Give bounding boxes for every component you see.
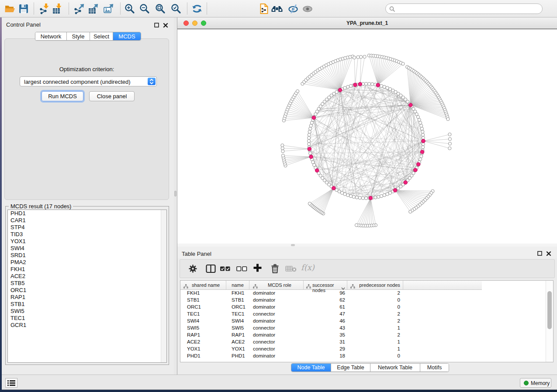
list-scrollbar[interactable] — [161, 210, 166, 362]
save-session-icon[interactable] — [18, 3, 29, 14]
toolbar-separator — [187, 3, 187, 14]
memory-label: Memory — [531, 380, 550, 386]
search-field[interactable] — [385, 3, 543, 14]
tab-motifs[interactable]: Motifs — [420, 364, 449, 371]
close-panel-icon[interactable] — [546, 250, 551, 255]
float-panel-icon[interactable] — [154, 22, 159, 27]
zoom-in-icon[interactable] — [124, 3, 135, 14]
table-panel-tabs: Node Table Edge Table Network Table Moti… — [291, 363, 449, 372]
function-builder-icon-disabled: f(x) — [301, 263, 315, 272]
tab-network-table[interactable]: Network Table — [370, 364, 420, 371]
zoom-fit-icon[interactable] — [155, 3, 166, 14]
column-header-name[interactable]: name — [226, 281, 249, 290]
status-bar: Memory — [2, 375, 557, 390]
open-session-icon[interactable] — [4, 3, 16, 14]
close-panel-button[interactable]: Close panel — [89, 91, 135, 101]
float-panel-icon[interactable] — [537, 250, 543, 255]
show-all-eye-icon[interactable] — [302, 3, 313, 14]
mcds-result-list[interactable]: PHD1 CAR1 STP4 TID3 YOX1 SWI4 SRD1 PMA2 … — [7, 210, 167, 363]
list-item[interactable]: PMA2 — [8, 259, 166, 266]
network-column-icon — [306, 283, 311, 291]
list-item[interactable]: SRD1 — [8, 252, 166, 259]
optimization-criterion-select[interactable]: largest connected component (undirected) — [20, 76, 157, 86]
list-item[interactable]: PHD1 — [8, 210, 166, 217]
tab-style[interactable]: Style — [67, 32, 90, 40]
table-scrollbar[interactable] — [546, 281, 553, 362]
list-item[interactable]: ACE2 — [8, 273, 166, 280]
new-network-from-selection-icon[interactable] — [259, 3, 270, 14]
list-item[interactable]: ORC1 — [8, 287, 166, 294]
splitter-grip[interactable] — [174, 191, 176, 196]
list-item[interactable]: STP4 — [8, 224, 166, 231]
column-header-shared-name[interactable]: shared name — [180, 281, 226, 290]
control-panel-tabs: Network Style Select MCDS — [35, 32, 141, 41]
memory-button[interactable]: Memory — [520, 378, 551, 388]
tab-network[interactable]: Network — [35, 32, 67, 40]
list-item[interactable]: FKH1 — [8, 266, 166, 273]
list-item[interactable]: TID3 — [8, 231, 166, 238]
network-column-icon — [183, 283, 188, 291]
main-toolbar — [0, 0, 557, 17]
export-network-icon[interactable] — [73, 3, 85, 14]
tab-edge-table[interactable]: Edge Table — [331, 364, 370, 371]
search-input[interactable] — [397, 4, 539, 13]
import-table-icon[interactable] — [52, 3, 63, 14]
import-network-icon[interactable] — [39, 3, 50, 14]
network-canvas[interactable] — [177, 29, 557, 244]
list-item[interactable]: SWI5 — [8, 308, 166, 315]
run-mcds-button[interactable]: Run MCDS — [42, 91, 83, 101]
column-header-successor-nodes[interactable]: successor nodes — [304, 281, 347, 290]
close-panel-icon[interactable] — [163, 22, 168, 27]
toolbar-separator — [207, 3, 207, 14]
delete-table-icon-disabled — [285, 265, 297, 274]
zoom-selected-icon[interactable] — [170, 3, 182, 14]
select-all-icon[interactable] — [220, 264, 231, 275]
mcds-result-title: MCDS result (17 nodes) — [9, 203, 73, 210]
list-item[interactable]: RAP1 — [8, 294, 166, 301]
table-settings-gear-icon[interactable] — [188, 264, 197, 275]
selected-option: largest connected component (undirected) — [24, 79, 131, 85]
tab-mcds[interactable]: MCDS — [113, 32, 141, 40]
delete-column-trash-icon[interactable] — [271, 264, 279, 275]
node-table: shared name name MCDS role successor nod… — [180, 280, 554, 362]
refresh-icon[interactable] — [191, 3, 203, 14]
vertical-splitter[interactable] — [174, 17, 177, 375]
list-item[interactable]: CAR1 — [8, 217, 166, 224]
desktop: Control Panel Network Style Select MCDS … — [0, 0, 557, 392]
scrollbar-thumb[interactable] — [547, 291, 552, 329]
column-header-predecessor-nodes[interactable]: predecessor nodes — [347, 281, 403, 290]
list-item[interactable]: SWI4 — [8, 245, 166, 252]
list-item[interactable]: YOX1 — [8, 238, 166, 245]
first-neighbors-icon[interactable] — [271, 3, 282, 14]
splitter-grip[interactable] — [291, 244, 295, 246]
table-panel: Table Panel — [177, 247, 557, 375]
list-item[interactable]: GCR1 — [8, 322, 166, 329]
tab-node-table[interactable]: Node Table — [291, 364, 331, 371]
control-panel-title: Control Panel — [6, 21, 41, 28]
network-column-icon — [253, 283, 258, 291]
column-header-mcds-role[interactable]: MCDS role — [249, 281, 304, 290]
memory-status-icon — [524, 381, 529, 385]
add-column-icon[interactable] — [253, 263, 262, 274]
column-header-filler — [403, 281, 482, 290]
export-table-icon[interactable] — [87, 3, 99, 14]
show-columns-icon[interactable] — [206, 264, 216, 275]
mcds-result-groupbox: MCDS result (17 nodes) PHD1 CAR1 STP4 TI… — [5, 206, 169, 365]
zoom-out-icon[interactable] — [139, 3, 150, 14]
table-panel-header: Table Panel — [177, 247, 557, 258]
list-item[interactable]: TEC1 — [8, 315, 166, 322]
horizontal-splitter[interactable] — [177, 244, 557, 247]
app-window: Control Panel Network Style Select MCDS … — [2, 17, 557, 390]
table-panel-title: Table Panel — [182, 251, 211, 257]
toolbar-separator — [34, 3, 34, 14]
toolbar-separator — [69, 3, 69, 14]
optimization-criterion-label: Optimization criterion: — [5, 66, 169, 72]
list-item[interactable]: STB1 — [8, 301, 166, 308]
deselect-all-icon[interactable] — [236, 264, 247, 275]
tab-select[interactable]: Select — [90, 32, 113, 40]
show-panels-list-button[interactable] — [5, 378, 17, 388]
network-window-titlebar[interactable]: YPA_prune.txt_1 — [177, 17, 557, 29]
list-item[interactable]: STB5 — [8, 280, 166, 287]
hide-selected-eye-slash-icon[interactable] — [288, 3, 299, 14]
export-image-icon[interactable] — [103, 3, 114, 14]
